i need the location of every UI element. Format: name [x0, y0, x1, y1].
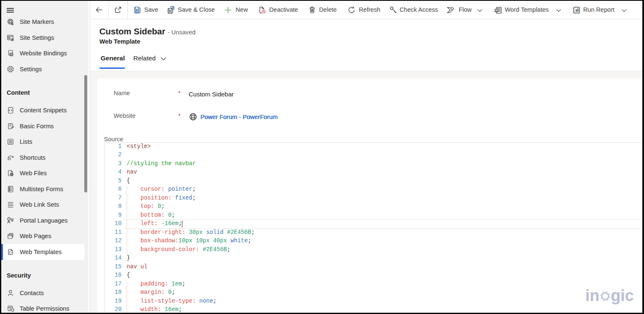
svg-text:W: W	[495, 9, 498, 12]
